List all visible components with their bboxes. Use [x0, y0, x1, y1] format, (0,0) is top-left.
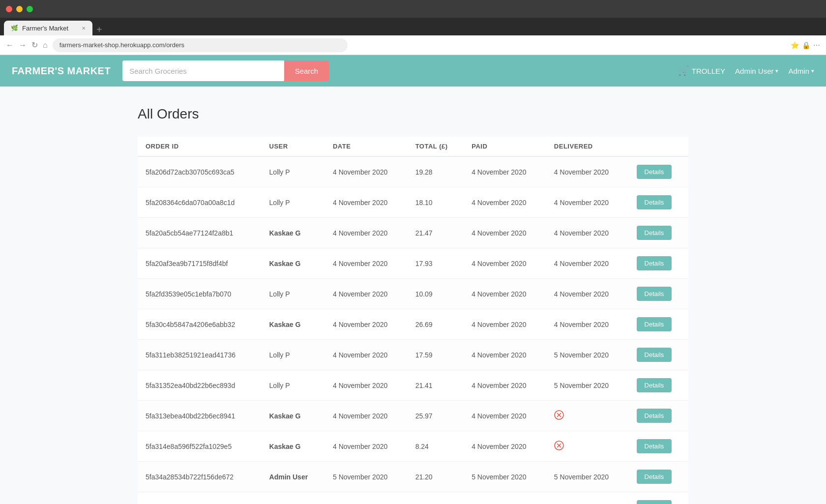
back-button[interactable]: ← [6, 41, 14, 50]
details-button[interactable]: Details [637, 439, 672, 453]
reload-button[interactable]: ↻ [31, 40, 38, 50]
total-cell: 17.59 [408, 340, 464, 370]
new-tab-button[interactable]: + [92, 24, 102, 35]
order-id-cell: 5fa313ebea40bd22b6ec8941 [138, 401, 262, 431]
date-cell: 4 November 2020 [325, 370, 408, 401]
paid-cell: 4 November 2020 [464, 309, 546, 340]
actions-cell: Details [629, 218, 688, 248]
browser-chrome [0, 0, 826, 18]
details-button[interactable]: Details [637, 317, 672, 331]
details-button[interactable]: Details [637, 348, 672, 362]
address-bar: ← → ↻ ⌂ ⭐🔒⋯ [0, 35, 826, 55]
details-button[interactable]: Details [637, 500, 672, 504]
minimize-dot[interactable] [16, 6, 23, 12]
date-cell: 4 November 2020 [325, 187, 408, 218]
admin-menu-label: Admin [788, 67, 809, 75]
forward-button[interactable]: → [19, 41, 27, 50]
home-button[interactable]: ⌂ [43, 41, 48, 50]
date-cell: 4 November 2020 [325, 156, 408, 187]
delivered-cell: 7 November 2020 [546, 492, 629, 504]
details-button[interactable]: Details [637, 470, 672, 484]
tab-close-icon[interactable]: ✕ [82, 26, 86, 31]
search-input[interactable] [122, 60, 284, 81]
tab-favicon: 🌿 [11, 25, 18, 31]
not-delivered-icon [554, 441, 564, 450]
url-input[interactable] [53, 38, 348, 52]
user-menu[interactable]: Admin User ▾ [735, 67, 778, 75]
date-cell: 5 November 2020 [325, 492, 408, 504]
date-cell: 5 November 2020 [325, 462, 408, 492]
search-button[interactable]: Search [284, 60, 329, 81]
order-id-cell: 5fa31352ea40bd22b6ec893d [138, 370, 262, 401]
actions-cell: Details [629, 370, 688, 401]
actions-cell: Details [629, 492, 688, 504]
total-cell: 21.47 [408, 218, 464, 248]
table-row: 5fa31352ea40bd22b6ec893dLolly P4 Novembe… [138, 370, 688, 401]
actions-cell: Details [629, 309, 688, 340]
table-row: 5fa20a5cb54ae77124f2a8b1Kaskae G4 Novemb… [138, 218, 688, 248]
table-row: 5fa313ebea40bd22b6ec8941Kaskae G4 Novemb… [138, 401, 688, 431]
total-cell: 25.97 [408, 401, 464, 431]
active-tab[interactable]: 🌿 Farmer's Market ✕ [4, 21, 92, 35]
delivered-cell: 4 November 2020 [546, 187, 629, 218]
total-cell: 10.09 [408, 279, 464, 309]
delivered-cell: 4 November 2020 [546, 279, 629, 309]
actions-cell: Details [629, 431, 688, 462]
paid-cell: 4 November 2020 [464, 156, 546, 187]
date-cell: 4 November 2020 [325, 401, 408, 431]
total-cell: 17.93 [408, 248, 464, 279]
trolley-icon: 🛒 [678, 65, 689, 76]
paid-cell: 4 November 2020 [464, 218, 546, 248]
maximize-dot[interactable] [27, 6, 33, 12]
close-dot[interactable] [6, 6, 12, 12]
order-id-cell: 5fa2fd3539e05c1ebfa7b070 [138, 279, 262, 309]
col-order-id: ORDER ID [138, 137, 262, 156]
total-cell: 19.28 [408, 156, 464, 187]
details-button[interactable]: Details [637, 409, 672, 423]
order-id-cell: 5fa20af3ea9b71715f8df4bf [138, 248, 262, 279]
delivered-cell: 5 November 2020 [546, 370, 629, 401]
actions-cell: Details [629, 187, 688, 218]
order-id-cell: 5fa4645158dff24afaee70e2 [138, 492, 262, 504]
user-menu-label: Admin User [735, 67, 773, 75]
total-cell: 21.41 [408, 370, 464, 401]
details-button[interactable]: Details [637, 256, 672, 270]
trolley-link[interactable]: 🛒 TROLLEY [678, 65, 725, 76]
table-row: 5fa311eb38251921ead41736Lolly P4 Novembe… [138, 340, 688, 370]
paid-cell: 5 November 2020 [464, 492, 546, 504]
table-body: 5fa206d72acb30705c693ca5Lolly P4 Novembe… [138, 156, 688, 504]
details-button[interactable]: Details [637, 195, 672, 209]
details-button[interactable]: Details [637, 287, 672, 301]
browser-toolbar-icons: ⭐🔒⋯ [791, 41, 820, 49]
actions-cell: Details [629, 248, 688, 279]
total-cell: 26.69 [408, 309, 464, 340]
date-cell: 4 November 2020 [325, 248, 408, 279]
date-cell: 4 November 2020 [325, 431, 408, 462]
order-id-cell: 5fa34a28534b722f156de672 [138, 462, 262, 492]
details-button[interactable]: Details [637, 165, 672, 179]
admin-menu[interactable]: Admin ▾ [788, 67, 814, 75]
paid-cell: 4 November 2020 [464, 279, 546, 309]
col-user: USER [262, 137, 325, 156]
delivered-cell: 5 November 2020 [546, 340, 629, 370]
details-button[interactable]: Details [637, 226, 672, 240]
main-nav: FARMER'S MARKET Search 🛒 TROLLEY Admin U… [0, 55, 826, 87]
order-id-cell: 5fa311eb38251921ead41736 [138, 340, 262, 370]
total-cell: 8.24 [408, 431, 464, 462]
paid-cell: 5 November 2020 [464, 462, 546, 492]
actions-cell: Details [629, 340, 688, 370]
order-id-cell: 5fa208364c6da070a00a8c1d [138, 187, 262, 218]
actions-cell: Details [629, 156, 688, 187]
order-id-cell: 5fa30c4b5847a4206e6abb32 [138, 309, 262, 340]
col-total: TOTAL (£) [408, 137, 464, 156]
user-cell: Kaskae G [262, 248, 325, 279]
total-cell: 21.20 [408, 462, 464, 492]
delivered-cell [546, 431, 629, 462]
user-cell: Kaskae G [262, 218, 325, 248]
details-button[interactable]: Details [637, 378, 672, 392]
table-row: 5fa314e8a596f522fa1029e5Kaskae G4 Novemb… [138, 431, 688, 462]
date-cell: 4 November 2020 [325, 309, 408, 340]
delivered-cell: 4 November 2020 [546, 309, 629, 340]
trolley-label: TROLLEY [692, 67, 725, 75]
user-cell: Admin User [262, 462, 325, 492]
